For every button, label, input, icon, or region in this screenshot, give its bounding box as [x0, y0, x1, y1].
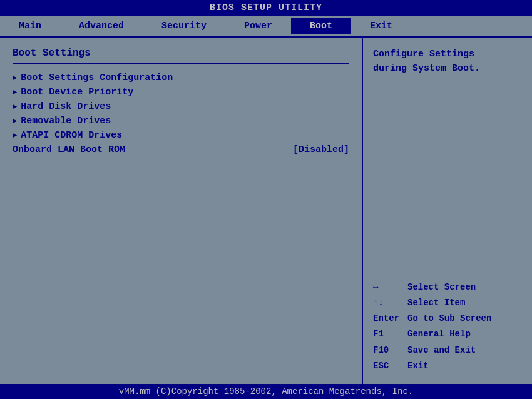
help-line-1: Configure Settings: [373, 48, 522, 62]
menu-item-security[interactable]: Security: [143, 18, 225, 34]
key-desc: Select Item: [407, 295, 465, 311]
arrow-icon: ►: [13, 88, 17, 97]
key-desc: Go to Sub Screen: [407, 311, 491, 326]
key-desc: Save and Exit: [407, 343, 476, 358]
menu-bar: MainAdvancedSecurityPowerBootExit: [0, 16, 532, 38]
title-text: BIOS SETUP UTILITY: [210, 3, 322, 13]
footer: vMM.mm (C)Copyright 1985-2002, American …: [0, 384, 532, 399]
key-desc: Exit: [407, 358, 429, 374]
arrow-icon: ►: [13, 74, 17, 83]
menu-item-exit[interactable]: Exit: [351, 18, 411, 34]
key-row: F10Save and Exit: [373, 343, 522, 358]
arrow-icon: ►: [13, 131, 17, 140]
key-label: ↑↓: [373, 295, 401, 311]
menu-item-power[interactable]: Power: [225, 18, 291, 34]
key-row: ↔Select Screen: [373, 280, 522, 295]
menu-item-main[interactable]: Main: [0, 18, 60, 34]
menu-item-advanced[interactable]: Advanced: [60, 18, 143, 34]
entry-label: Boot Settings Configuration: [21, 73, 173, 83]
arrow-icon: ►: [13, 117, 17, 126]
plain-entry-label: Onboard LAN Boot ROM: [13, 144, 125, 155]
entry-label: Hard Disk Drives: [21, 101, 111, 112]
footer-text: vMM.mm (C)Copyright 1985-2002, American …: [119, 386, 413, 396]
key-row: F1General Help: [373, 326, 522, 342]
menu-item-boot[interactable]: Boot: [291, 18, 351, 34]
key-label: ESC: [373, 358, 401, 374]
key-guide: ↔Select Screen↑↓Select ItemEnterGo to Su…: [373, 280, 522, 374]
menu-entry-onboard-lan[interactable]: Onboard LAN Boot ROM [Disabled]: [13, 144, 349, 155]
help-text: Configure Settings during System Boot.: [373, 48, 522, 76]
menu-entry-atapi-cdrom[interactable]: ► ATAPI CDROM Drives: [13, 130, 349, 141]
help-line-2: during System Boot.: [373, 62, 522, 76]
plain-entry-value: [Disabled]: [293, 144, 349, 155]
right-panel: Configure Settings during System Boot. ↔…: [363, 38, 532, 384]
key-row: ↑↓Select Item: [373, 295, 522, 311]
key-row: EnterGo to Sub Screen: [373, 311, 522, 326]
entry-label: Boot Device Priority: [21, 87, 133, 98]
key-label: F10: [373, 343, 401, 358]
content-area: Boot Settings ► Boot Settings Configurat…: [0, 38, 532, 384]
menu-entry-boot-device-priority[interactable]: ► Boot Device Priority: [13, 87, 349, 98]
key-label: ↔: [373, 280, 401, 295]
key-desc: Select Screen: [407, 280, 476, 295]
key-label: Enter: [373, 311, 401, 326]
menu-entry-boot-settings-config[interactable]: ► Boot Settings Configuration: [13, 73, 349, 83]
menu-entry-removable-drives[interactable]: ► Removable Drives: [13, 116, 349, 126]
entry-label: ATAPI CDROM Drives: [21, 130, 122, 141]
key-row: ESCExit: [373, 358, 522, 374]
menu-entry-hard-disk-drives[interactable]: ► Hard Disk Drives: [13, 101, 349, 112]
section-divider: [13, 63, 349, 64]
key-desc: General Help: [407, 326, 471, 342]
section-title: Boot Settings: [13, 48, 349, 59]
title-bar: BIOS SETUP UTILITY: [0, 0, 532, 16]
key-label: F1: [373, 326, 401, 342]
left-panel: Boot Settings ► Boot Settings Configurat…: [0, 38, 363, 384]
entry-label: Removable Drives: [21, 116, 111, 126]
arrow-icon: ►: [13, 103, 17, 111]
bios-setup-utility: BIOS SETUP UTILITY MainAdvancedSecurityP…: [0, 0, 532, 399]
